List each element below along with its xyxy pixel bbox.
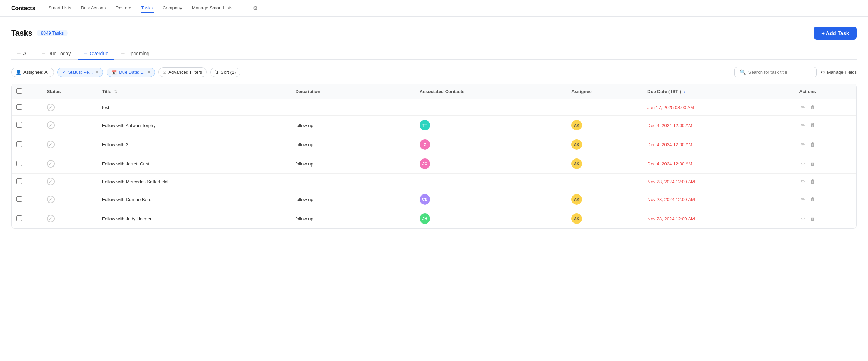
add-task-button[interactable]: + Add Task <box>814 27 857 40</box>
row-due-date-cell: Dec 4, 2024 12:00 AM <box>642 135 794 154</box>
edit-icon[interactable]: ✏ <box>799 104 807 111</box>
nav-manage-smart-lists[interactable]: Manage Smart Lists <box>191 4 233 13</box>
assignee-filter[interactable]: 👤 Assignee: All <box>11 68 54 77</box>
edit-icon[interactable]: ✏ <box>799 196 807 203</box>
status-filter[interactable]: ✓ Status: Pe... ✕ <box>57 68 103 77</box>
tab-upcoming[interactable]: ☰ Upcoming <box>115 48 155 60</box>
row-due-date-cell: Nov 28, 2024 12:00 AM <box>642 174 794 190</box>
row-checkbox[interactable] <box>16 161 22 166</box>
advanced-filters-button[interactable]: ⧖ Advanced Filters <box>158 67 207 77</box>
row-description: follow up <box>295 142 313 147</box>
assignee-filter-label: Assignee: All <box>23 70 49 75</box>
delete-icon[interactable]: 🗑 <box>809 121 817 129</box>
tab-upcoming-icon: ☰ <box>121 51 125 56</box>
tab-overdue[interactable]: ☰ Overdue <box>78 48 114 60</box>
row-assignee-cell: AK <box>567 190 642 209</box>
filters-row: 👤 Assignee: All ✓ Status: Pe... ✕ 📅 Due … <box>11 67 857 77</box>
col-checkbox <box>12 84 42 99</box>
delete-icon[interactable]: 🗑 <box>809 104 817 111</box>
row-assignee-cell <box>567 174 642 190</box>
delete-icon[interactable]: 🗑 <box>809 196 817 203</box>
calendar-icon: 📅 <box>111 70 117 75</box>
nav-bulk-actions[interactable]: Bulk Actions <box>80 4 106 13</box>
row-status-cell: ✓ <box>42 135 97 154</box>
tab-all[interactable]: ☰ All <box>11 48 34 60</box>
tab-due-today-label: Due Today <box>48 51 71 56</box>
row-actions-cell: ✏ 🗑 <box>794 154 856 174</box>
edit-icon[interactable]: ✏ <box>799 178 807 185</box>
select-all-checkbox[interactable] <box>16 88 22 94</box>
row-checkbox[interactable] <box>16 104 22 110</box>
row-contacts-cell: JH <box>415 209 567 228</box>
row-due-date-cell: Nov 28, 2024 12:00 AM <box>642 209 794 228</box>
status-circle[interactable]: ✓ <box>47 160 55 168</box>
edit-icon[interactable]: ✏ <box>799 215 807 222</box>
nav-restore[interactable]: Restore <box>115 4 132 13</box>
status-circle[interactable]: ✓ <box>47 104 55 111</box>
search-input[interactable] <box>748 70 811 75</box>
row-description: follow up <box>295 197 313 202</box>
col-title[interactable]: Title ⇅ <box>97 84 291 99</box>
row-title-cell: Follow with Corrine Borer <box>97 190 291 209</box>
col-due-date[interactable]: Due Date ( IST ) ↓ <box>642 84 794 99</box>
delete-icon[interactable]: 🗑 <box>809 160 817 167</box>
nav-tasks[interactable]: Tasks <box>141 4 154 13</box>
row-title: Follow with Judy Hoeger <box>102 216 152 221</box>
row-checkbox[interactable] <box>16 141 22 147</box>
delete-icon[interactable]: 🗑 <box>809 215 817 222</box>
status-filter-close[interactable]: ✕ <box>95 70 99 75</box>
row-checkbox[interactable] <box>16 215 22 221</box>
row-title-cell: Follow with Antwan Torphy <box>97 116 291 135</box>
nav-company[interactable]: Company <box>162 4 183 13</box>
sort-button[interactable]: ⇅ Sort (1) <box>210 68 240 77</box>
row-due-date: Nov 28, 2024 12:00 AM <box>647 197 695 202</box>
status-circle[interactable]: ✓ <box>47 178 55 185</box>
search-box: 🔍 <box>734 67 817 77</box>
status-circle[interactable]: ✓ <box>47 121 55 129</box>
row-checkbox[interactable] <box>16 122 22 128</box>
delete-icon[interactable]: 🗑 <box>809 178 817 185</box>
row-title: Follow with Jarrett Crist <box>102 161 149 167</box>
nav-smart-lists[interactable]: Smart Lists <box>48 4 72 13</box>
row-checkbox-cell <box>12 99 42 116</box>
contact-avatar: JC <box>420 158 430 169</box>
delete-icon[interactable]: 🗑 <box>809 141 817 148</box>
tabs-row: ☰ All ☰ Due Today ☰ Overdue ☰ Upcoming <box>11 48 857 60</box>
manage-fields-label: Manage Fields <box>827 70 857 75</box>
row-checkbox[interactable] <box>16 178 22 184</box>
col-actions: Actions <box>794 84 856 99</box>
edit-icon[interactable]: ✏ <box>799 121 807 129</box>
settings-icon[interactable]: ⚙ <box>253 5 258 12</box>
col-associated-contacts: Associated Contacts <box>415 84 567 99</box>
row-due-date: Dec 4, 2024 12:00 AM <box>647 142 692 147</box>
manage-fields-button[interactable]: ⚙ Manage Fields <box>821 70 857 75</box>
row-checkbox[interactable] <box>16 196 22 202</box>
status-circle[interactable]: ✓ <box>47 196 55 203</box>
row-title-cell: test <box>97 99 291 116</box>
col-assignee: Assignee <box>567 84 642 99</box>
brand-label: Contacts <box>11 5 35 12</box>
due-date-filter-close[interactable]: ✕ <box>147 70 150 75</box>
tab-due-today[interactable]: ☰ Due Today <box>36 48 77 60</box>
row-assignee-cell: AK <box>567 135 642 154</box>
edit-icon[interactable]: ✏ <box>799 141 807 148</box>
row-due-date: Dec 4, 2024 12:00 AM <box>647 123 692 128</box>
edit-icon[interactable]: ✏ <box>799 160 807 167</box>
row-description-cell: follow up <box>290 209 414 228</box>
row-contacts-cell: CB <box>415 190 567 209</box>
due-date-filter[interactable]: 📅 Due Date: ... ✕ <box>107 68 155 77</box>
contact-avatar: 2 <box>420 139 430 150</box>
table-row: ✓Follow with 2follow up2AKDec 4, 2024 12… <box>12 135 856 154</box>
status-circle[interactable]: ✓ <box>47 141 55 148</box>
status-circle[interactable]: ✓ <box>47 215 55 222</box>
row-title-cell: Follow with Mercedes Satterfield <box>97 174 291 190</box>
assignee-avatar: AK <box>571 158 582 169</box>
row-due-date-cell: Jan 17, 2025 08:00 AM <box>642 99 794 116</box>
row-due-date-cell: Nov 28, 2024 12:00 AM <box>642 190 794 209</box>
contact-avatar: TT <box>420 120 430 130</box>
tab-overdue-icon: ☰ <box>83 51 87 56</box>
table-row: ✓Follow with Judy Hoegerfollow upJHAKNov… <box>12 209 856 228</box>
tab-due-today-icon: ☰ <box>41 51 45 56</box>
row-status-cell: ✓ <box>42 190 97 209</box>
row-description: follow up <box>295 216 313 221</box>
